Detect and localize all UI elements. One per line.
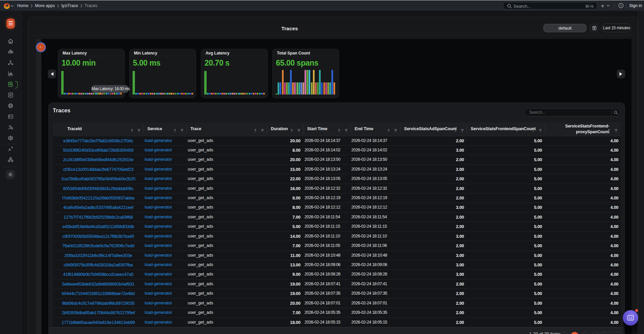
svg-text:?: ?	[620, 4, 622, 7]
